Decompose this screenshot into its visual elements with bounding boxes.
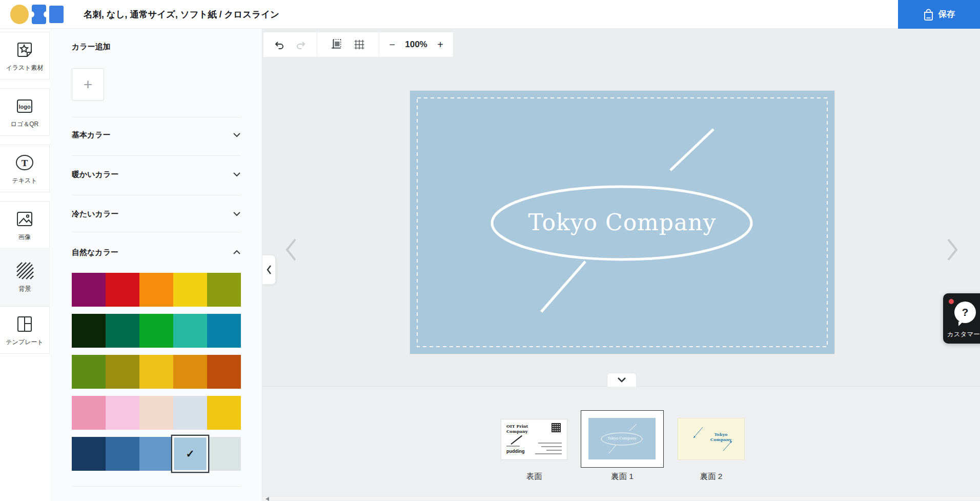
page-thumbnail-back1-selected[interactable]: Tokyo Company	[581, 410, 664, 468]
sidebar-item-image[interactable]: 画像	[0, 201, 50, 249]
color-swatch[interactable]	[207, 437, 241, 471]
safe-margin-button[interactable]	[325, 32, 348, 57]
logo-yellow-circle	[10, 5, 29, 24]
sidebar-item-text[interactable]: T テキスト	[0, 145, 50, 192]
color-swatch[interactable]	[72, 437, 106, 471]
sidebar-item-label: 背景	[19, 285, 31, 293]
color-swatch[interactable]	[207, 355, 241, 389]
thumb-company-text: OIT Print Company	[506, 424, 528, 434]
thumb-company-text: Tokyo Company	[588, 436, 656, 440]
horizontal-scrollbar[interactable]	[262, 496, 980, 500]
page-thumbnail-back2[interactable]: Tokyo Company	[678, 418, 745, 460]
customer-support-button[interactable]: ? カスタマー	[943, 293, 980, 344]
section-label: 基本カラー	[72, 130, 111, 140]
logo-blue-square	[49, 6, 64, 23]
add-color-heading: カラー追加	[72, 42, 111, 52]
page-thumbnail-front[interactable]: OIT Print Company pudding	[501, 419, 567, 460]
color-swatch[interactable]	[173, 273, 207, 307]
collapse-panel-handle[interactable]	[262, 255, 276, 285]
save-button-label: 保存	[938, 9, 955, 20]
zoom-in-button[interactable]: +	[432, 39, 449, 51]
color-swatch[interactable]	[207, 314, 241, 348]
color-swatch[interactable]	[106, 355, 139, 389]
sidebar-item-label: テンプレート	[6, 338, 43, 347]
thumb-text-line	[506, 446, 520, 447]
color-swatch[interactable]	[139, 396, 173, 430]
divider	[72, 486, 241, 487]
previous-page-arrow[interactable]	[282, 235, 300, 266]
color-swatch[interactable]	[106, 314, 139, 348]
sidebar-item-label: ロゴ＆QR	[11, 120, 39, 129]
sidebar-item-logo-qr[interactable]: logo ロゴ＆QR	[0, 88, 50, 136]
page-label-back2[interactable]: 裏面 2	[678, 471, 745, 482]
bubble-tail	[958, 322, 963, 326]
sidebar-item-template[interactable]: テンプレート	[0, 306, 50, 354]
redo-button[interactable]	[290, 32, 313, 57]
swatch-row	[72, 396, 241, 430]
thumb-text-line	[535, 453, 562, 454]
chevron-down-icon	[233, 172, 241, 177]
page-label-front[interactable]: 表面	[501, 471, 567, 482]
image-icon	[14, 209, 35, 229]
swatch-row: ✓	[72, 437, 241, 471]
section-warm-colors[interactable]: 暖かいカラー	[72, 169, 241, 180]
zoom-level: 100%	[401, 39, 432, 50]
section-basic-colors[interactable]: 基本カラー	[72, 129, 241, 141]
logo-blue-notched-shape	[32, 5, 46, 24]
hide-pages-button[interactable]	[607, 373, 637, 387]
logo-qr-icon: logo	[14, 96, 35, 116]
color-swatch[interactable]	[139, 437, 173, 471]
zoom-out-button[interactable]: −	[383, 39, 401, 51]
color-swatch[interactable]	[72, 273, 106, 307]
color-swatch[interactable]	[139, 355, 173, 389]
color-swatch[interactable]	[72, 355, 106, 389]
sidebar-item-illustrations[interactable]: イラスト素材	[0, 32, 50, 79]
color-swatch[interactable]	[173, 396, 207, 430]
document-title: 名刺, なし, 通常サイズ, ソフト紙 / クロスライン	[84, 0, 279, 29]
divider	[72, 232, 241, 232]
design-card-back-1[interactable]: Tokyo Company	[410, 91, 834, 354]
save-button[interactable]: 保存	[898, 0, 980, 29]
color-swatch[interactable]	[207, 273, 241, 307]
shopping-bag-icon	[923, 9, 934, 21]
question-bubble-icon: ?	[954, 302, 976, 323]
sidebar-item-label: テキスト	[12, 176, 37, 185]
section-cold-colors[interactable]: 冷たいカラー	[72, 208, 241, 219]
page-label-back1[interactable]: 裏面 1	[581, 471, 664, 482]
grid-button[interactable]	[348, 32, 371, 57]
scroll-left-arrow[interactable]	[266, 497, 269, 501]
color-swatch[interactable]	[106, 437, 139, 471]
color-swatch[interactable]	[139, 273, 173, 307]
svg-text:logo: logo	[18, 103, 30, 109]
sidebar-item-label: イラスト素材	[6, 64, 43, 72]
plus-icon: +	[84, 76, 93, 93]
section-natural-colors[interactable]: 自然なカラー	[72, 247, 241, 258]
color-swatch[interactable]: ✓	[171, 435, 210, 473]
section-label: 冷たいカラー	[72, 209, 118, 219]
color-swatch[interactable]	[106, 273, 139, 307]
section-label: 暖かいカラー	[72, 170, 118, 179]
background-color-panel: カラー追加 + 基本カラー 暖かいカラー 冷たいカラー 自然なカラー ✓	[50, 29, 262, 501]
qr-code-thumbnail	[552, 423, 561, 432]
add-color-button[interactable]: +	[72, 68, 104, 101]
color-swatch[interactable]	[173, 314, 207, 348]
color-swatch[interactable]	[139, 314, 173, 348]
left-toolbar-rail: イラスト素材 logo ロゴ＆QR T テキスト 画像	[0, 29, 50, 501]
color-swatch[interactable]	[173, 355, 207, 389]
color-swatch[interactable]	[207, 396, 241, 430]
brand-logo[interactable]	[10, 5, 67, 24]
swatch-row	[72, 273, 241, 307]
sidebar-item-background[interactable]: 背景	[0, 248, 50, 306]
app: { "app": { "title": "名刺, なし, 通常サイズ, ソフト紙…	[0, 0, 980, 501]
divider	[72, 117, 241, 117]
color-swatch[interactable]	[72, 396, 106, 430]
color-swatch[interactable]	[106, 396, 139, 430]
undo-button[interactable]	[268, 32, 290, 57]
color-swatch[interactable]	[72, 314, 106, 348]
background-stripes-icon	[15, 260, 35, 281]
thumb-back1-card: Tokyo Company	[588, 418, 656, 459]
next-page-arrow[interactable]	[943, 235, 962, 266]
card-company-text[interactable]: Tokyo Company	[410, 209, 834, 235]
section-label: 自然なカラー	[72, 248, 118, 257]
header: 名刺, なし, 通常サイズ, ソフト紙 / クロスライン 保存	[0, 0, 980, 29]
